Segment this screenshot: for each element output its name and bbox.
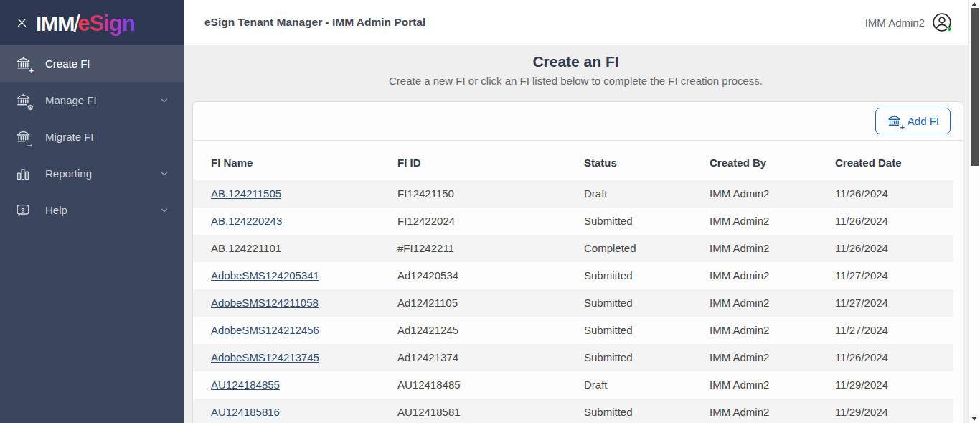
status-cell: Draft bbox=[566, 371, 692, 399]
fi-name-link[interactable]: AdobeSMS124211058 bbox=[211, 297, 319, 309]
logo-imm-text: IMM bbox=[36, 12, 74, 36]
user-avatar-icon[interactable] bbox=[932, 12, 952, 32]
chevron-down-icon bbox=[159, 205, 169, 215]
created-by-cell: IMM Admin2 bbox=[692, 371, 817, 399]
content-area: Create an FI Create a new FI or click an… bbox=[184, 45, 968, 423]
created-by-cell: IMM Admin2 bbox=[692, 235, 817, 262]
sidebar: IMM/eSign + Create FI ⚙ Manage FI bbox=[0, 0, 184, 423]
status-cell: Completed bbox=[566, 235, 692, 262]
fi-name-link[interactable]: AU124185816 bbox=[211, 406, 280, 418]
card-toolbar: + Add FI bbox=[193, 102, 963, 141]
sidebar-item-reporting[interactable]: Reporting bbox=[0, 155, 184, 192]
topbar: eSign Tenant Manager - IMM Admin Portal … bbox=[184, 0, 968, 45]
status-cell: Submitted bbox=[566, 399, 692, 423]
col-header-created-by: Created By bbox=[692, 141, 817, 180]
bank-plus-icon: + bbox=[887, 113, 903, 129]
chevron-down-icon bbox=[159, 169, 169, 179]
sidebar-item-manage-fi[interactable]: ⚙ Manage FI bbox=[0, 82, 184, 118]
fi-id-cell: FI12422024 bbox=[380, 208, 566, 235]
sidebar-item-migrate-fi[interactable]: → Migrate FI bbox=[0, 118, 184, 155]
created-date-cell: 11/26/2024 bbox=[817, 180, 953, 208]
fi-table-wrap: FI Name FI ID Status Created By Created … bbox=[193, 141, 963, 423]
logo-slash: / bbox=[73, 10, 80, 37]
col-header-fi-id: FI ID bbox=[380, 141, 566, 180]
created-by-cell: IMM Admin2 bbox=[692, 180, 817, 208]
bar-chart-icon bbox=[14, 165, 32, 182]
table-row: AdobeSMS124211058 Ad12421105 Submitted I… bbox=[193, 289, 953, 317]
online-status-dot bbox=[947, 27, 952, 32]
status-cell: Submitted bbox=[566, 289, 692, 317]
fi-name-link[interactable]: AB.124211505 bbox=[211, 187, 281, 200]
fi-id-cell: Ad12421374 bbox=[380, 344, 566, 371]
status-cell: Submitted bbox=[566, 262, 692, 289]
fi-table: FI Name FI ID Status Created By Created … bbox=[193, 141, 953, 423]
user-name: IMM Admin2 bbox=[865, 17, 925, 29]
sidebar-nav: + Create FI ⚙ Manage FI → Migrate FI bbox=[0, 45, 184, 228]
fi-name-link[interactable]: AdobeSMS124213745 bbox=[211, 351, 319, 363]
fi-id-cell: Ad12421245 bbox=[380, 317, 566, 344]
sidebar-item-label: Manage FI bbox=[45, 94, 159, 106]
logo-esign-text: eSign bbox=[78, 11, 135, 37]
fi-name-link[interactable]: AdobeSMS124212456 bbox=[211, 324, 319, 336]
close-menu-icon[interactable] bbox=[14, 16, 29, 30]
bank-arrow-icon: → bbox=[14, 129, 32, 146]
svg-text:?: ? bbox=[21, 205, 25, 213]
page-subtitle: Create a new FI or click an FI listed be… bbox=[184, 75, 968, 87]
app-window: IMM/eSign + Create FI ⚙ Manage FI bbox=[0, 0, 980, 423]
table-row: AdobeSMS124213745 Ad12421374 Submitted I… bbox=[193, 344, 953, 371]
fi-name-link[interactable]: AdobeSMS124205341 bbox=[211, 269, 319, 282]
created-date-cell: 11/27/2024 bbox=[817, 262, 953, 289]
fi-name-link[interactable]: AB.124220243 bbox=[211, 215, 282, 227]
imm-esign-logo: IMM/eSign bbox=[36, 9, 135, 37]
scrollbar-thumb[interactable] bbox=[971, 8, 979, 166]
table-row: AdobeSMS124212456 Ad12421245 Submitted I… bbox=[193, 317, 953, 344]
fi-name-link[interactable]: AU124184855 bbox=[211, 378, 280, 391]
created-date-cell: 11/26/2024 bbox=[817, 208, 953, 235]
created-date-cell: 11/29/2024 bbox=[817, 371, 953, 399]
fi-id-cell: Ad12420534 bbox=[380, 262, 566, 289]
created-date-cell: 11/26/2024 bbox=[817, 235, 953, 262]
sidebar-item-label: Reporting bbox=[45, 167, 159, 180]
created-by-cell: IMM Admin2 bbox=[692, 344, 817, 371]
page-title: Create an FI bbox=[184, 53, 968, 70]
fi-id-cell: #FI1242211 bbox=[380, 235, 566, 262]
created-by-cell: IMM Admin2 bbox=[692, 208, 817, 235]
user-area: IMM Admin2 bbox=[865, 12, 952, 32]
table-row: AB.124221101 #FI1242211 Completed IMM Ad… bbox=[193, 235, 953, 262]
question-bubble-icon: ? bbox=[14, 202, 32, 219]
chevron-down-icon bbox=[159, 96, 169, 106]
fi-name-text: AB.124221101 bbox=[211, 242, 281, 254]
bank-plus-icon: + bbox=[14, 55, 32, 73]
status-cell: Submitted bbox=[566, 317, 692, 344]
status-cell: Submitted bbox=[566, 344, 692, 371]
col-header-fi-name: FI Name bbox=[193, 141, 380, 180]
created-by-cell: IMM Admin2 bbox=[692, 289, 817, 317]
page-scrollbar[interactable] bbox=[968, 0, 980, 423]
sidebar-item-create-fi[interactable]: + Create FI bbox=[0, 45, 184, 82]
table-row: AdobeSMS124205341 Ad12420534 Submitted I… bbox=[193, 262, 953, 289]
fi-id-cell: AU12418581 bbox=[380, 399, 566, 423]
status-cell: Draft bbox=[566, 180, 692, 208]
bank-gear-icon: ⚙ bbox=[14, 92, 32, 109]
sidebar-item-label: Help bbox=[45, 204, 159, 216]
status-cell: Submitted bbox=[566, 208, 692, 235]
scrollbar-down-arrow-icon[interactable] bbox=[971, 417, 977, 421]
sidebar-item-label: Migrate FI bbox=[45, 131, 172, 143]
col-header-created-date: Created Date bbox=[817, 141, 953, 180]
table-row: AB.124220243 FI12422024 Submitted IMM Ad… bbox=[193, 208, 953, 235]
sidebar-item-label: Create FI bbox=[45, 57, 172, 70]
logo-bar: IMM/eSign bbox=[0, 0, 184, 45]
fi-id-cell: Ad12421105 bbox=[380, 289, 566, 317]
add-fi-label: Add FI bbox=[908, 115, 939, 127]
fi-id-cell: AU12418485 bbox=[380, 371, 566, 399]
fi-list-card: + Add FI FI Name FI ID Status bbox=[192, 101, 963, 423]
created-by-cell: IMM Admin2 bbox=[692, 317, 817, 344]
portal-title: eSign Tenant Manager - IMM Admin Portal bbox=[204, 16, 425, 29]
table-row: AB.124211505 FI12421150 Draft IMM Admin2… bbox=[193, 180, 953, 208]
fi-id-cell: FI12421150 bbox=[380, 180, 566, 208]
table-row: AU124184855 AU12418485 Draft IMM Admin2 … bbox=[193, 371, 953, 399]
sidebar-item-help[interactable]: ? Help bbox=[0, 192, 184, 228]
col-header-status: Status bbox=[566, 141, 692, 180]
scrollbar-up-arrow-icon[interactable] bbox=[971, 2, 977, 6]
add-fi-button[interactable]: + Add FI bbox=[875, 108, 951, 134]
